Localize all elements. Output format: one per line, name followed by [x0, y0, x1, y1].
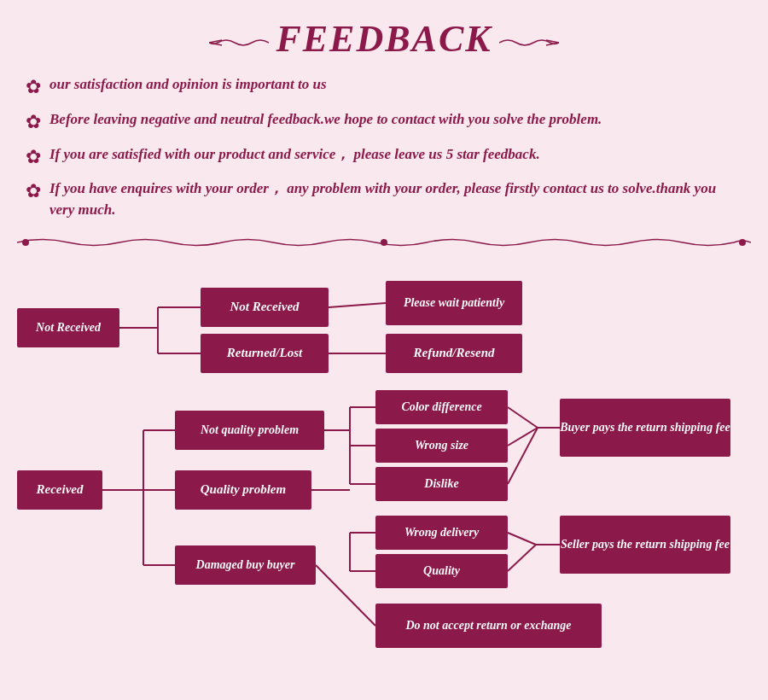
dislike-box: Dislike — [375, 467, 508, 501]
page-wrapper: FEEDBACK ✿ our satisfaction and opinion … — [0, 0, 768, 691]
buyer-pays-box: Buyer pays the return shipping fee — [560, 399, 730, 457]
feedback-points: ✿ our satisfaction and opinion is import… — [26, 74, 742, 221]
svg-line-17 — [508, 428, 538, 446]
bullet-icon-2: ✿ — [26, 109, 41, 136]
svg-line-18 — [508, 428, 538, 484]
header-section: FEEDBACK — [17, 9, 751, 61]
do-not-accept-box: Do not accept return or exchange — [375, 604, 602, 648]
seller-pays-box: Seller pays the return shipping fee — [560, 516, 730, 574]
not-received-box: Not Received — [201, 288, 329, 327]
svg-line-25 — [508, 545, 536, 571]
feedback-point-3: ✿ If you are satisfied with our product … — [26, 144, 742, 171]
bullet-icon-1: ✿ — [26, 74, 41, 101]
svg-line-4 — [329, 303, 386, 307]
please-wait-box: Please wait patiently — [386, 281, 522, 325]
point-text-1: our satisfaction and opinion is importan… — [49, 74, 327, 96]
svg-line-27 — [316, 565, 375, 626]
flowchart: Not Received Not Received Returned/Lost … — [17, 264, 768, 674]
bullet-icon-3: ✿ — [26, 144, 41, 171]
svg-line-16 — [508, 407, 538, 428]
color-difference-box: Color difference — [375, 390, 508, 424]
point-text-3: If you are satisfied with our product an… — [49, 144, 540, 166]
page-title: FEEDBACK — [202, 17, 565, 61]
wrong-size-box: Wrong size — [375, 429, 508, 463]
bullet-icon-4: ✿ — [26, 178, 41, 205]
not-quality-problem-box: Not quality problem — [175, 411, 324, 450]
section-divider — [17, 235, 751, 250]
quality-problem-box: Quality problem — [175, 470, 311, 510]
not-received-label-box: Not Received — [17, 308, 119, 347]
damaged-box: Damaged buy buyer — [175, 545, 316, 585]
feedback-point-4: ✿ If you have enquires with your order， … — [26, 178, 742, 220]
point-text-4: If you have enquires with your order， an… — [49, 178, 742, 220]
svg-line-24 — [508, 533, 536, 545]
feedback-point-2: ✿ Before leaving negative and neutral fe… — [26, 109, 742, 136]
point-text-2: Before leaving negative and neutral feed… — [49, 109, 602, 131]
received-label-box: Received — [17, 470, 102, 510]
feedback-point-1: ✿ our satisfaction and opinion is import… — [26, 74, 742, 101]
wrong-delivery-box: Wrong delivery — [375, 516, 508, 550]
quality-box: Quality — [375, 554, 508, 588]
returned-lost-box: Returned/Lost — [201, 334, 329, 373]
refund-resend-box: Refund/Resend — [386, 334, 522, 373]
